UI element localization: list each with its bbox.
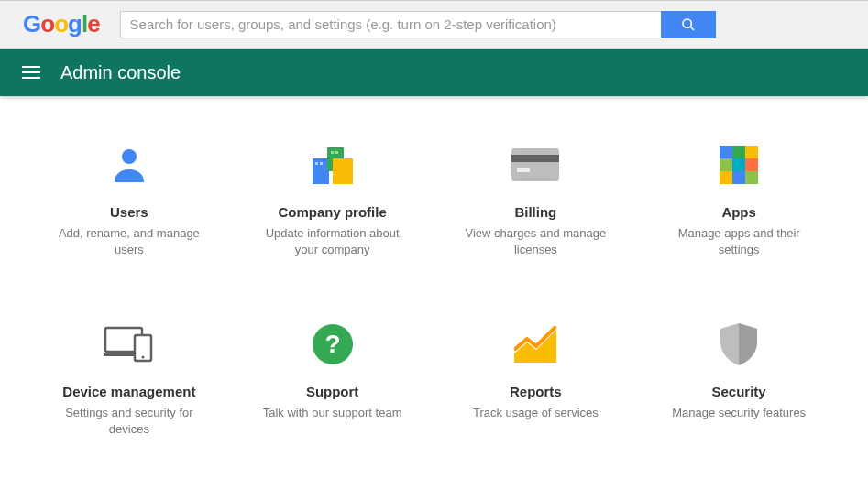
card-support[interactable]: ? Support Talk with our support team [240,321,425,437]
help-icon: ? [313,321,353,367]
svg-rect-18 [745,158,758,171]
card-billing[interactable]: Billing View charges and manage licenses [444,142,629,257]
svg-rect-15 [745,146,758,158]
svg-rect-6 [315,162,318,165]
card-desc: Manage apps and their settings [661,225,817,257]
svg-rect-20 [732,171,745,184]
nav-bar: Admin console [0,49,868,96]
search-icon [681,17,696,32]
card-reports[interactable]: Reports Track usage of services [444,321,629,437]
buildings-icon [311,142,355,188]
card-title: Billing [514,204,556,220]
search-input[interactable] [120,11,661,38]
shield-icon [720,321,757,367]
card-desc: Track usage of services [473,405,599,421]
svg-rect-9 [335,151,338,154]
chart-icon [514,321,556,367]
card-device-management[interactable]: Device management Settings and security … [37,321,222,437]
card-company-profile[interactable]: Company profile Update information about… [240,142,425,257]
menu-icon[interactable] [22,66,40,79]
svg-line-1 [690,27,694,30]
card-desc: Settings and security for devices [51,405,207,437]
card-title: Apps [721,204,756,220]
dashboard-grid: Users Add, rename, and manage users Comp… [0,96,868,464]
svg-rect-13 [720,146,732,158]
svg-point-0 [683,19,691,27]
svg-rect-5 [333,158,353,184]
svg-rect-7 [320,162,323,165]
search-wrap [120,11,716,38]
card-desc: Talk with our support team [263,405,402,421]
svg-rect-14 [732,146,745,158]
card-title: Reports [510,384,562,399]
card-desc: View charges and manage licenses [457,225,613,257]
svg-rect-17 [732,158,745,171]
svg-point-25 [141,356,144,359]
card-apps[interactable]: Apps Manage apps and their settings [646,142,831,257]
google-logo[interactable]: Google [23,10,100,38]
svg-rect-19 [720,171,732,184]
search-button[interactable] [661,11,716,38]
svg-rect-21 [745,171,758,184]
card-title: Users [110,204,148,220]
card-desc: Manage security features [672,405,806,421]
card-title: Security [712,384,766,399]
card-security[interactable]: Security Manage security features [646,321,831,437]
credit-card-icon [511,142,559,188]
card-users[interactable]: Users Add, rename, and manage users [37,142,222,257]
svg-point-2 [122,149,137,164]
svg-rect-16 [720,158,732,171]
svg-text:?: ? [324,330,340,358]
devices-icon [104,321,155,367]
top-bar: Google [0,0,868,49]
card-title: Device management [62,384,195,399]
card-desc: Update information about your company [255,225,411,257]
svg-rect-12 [517,168,530,172]
card-title: Support [306,384,359,399]
svg-rect-10 [511,148,559,181]
users-icon [110,142,148,188]
card-title: Company profile [278,204,386,220]
svg-rect-11 [511,155,559,162]
svg-rect-8 [331,151,334,154]
apps-grid-icon [720,142,758,188]
page-title: Admin console [60,62,181,83]
card-desc: Add, rename, and manage users [51,225,207,257]
